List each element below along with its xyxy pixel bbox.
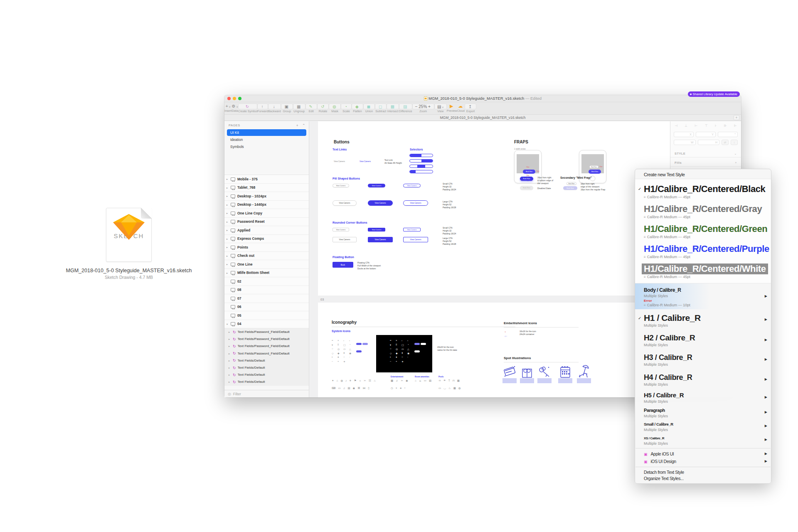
- toolbar-button[interactable]: ▣ Group: [281, 103, 293, 113]
- text-style-menu-item[interactable]: ParagraphMultiple Styles▶: [635, 405, 771, 419]
- artboard-buttons[interactable]: Buttons Text Links View Careers View Car…: [318, 121, 670, 296]
- artboard-row[interactable]: ▸ Points: [224, 243, 309, 252]
- toolbar-button[interactable]: +∨ Insert: [224, 103, 232, 112]
- toolbar-button[interactable]: − 25% + Zoom: [412, 103, 434, 113]
- text-style-menu-item[interactable]: ✓H1/Calibre_R/Centered/Black≡Calibre-R M…: [635, 181, 771, 201]
- page-item[interactable]: Symbols: [227, 143, 306, 150]
- symbol-row[interactable]: ▸ ↻ Text Fields/Default: [224, 371, 309, 378]
- artboard-row[interactable]: ▾ 04: [224, 320, 309, 329]
- chevron-down-icon[interactable]: ⌄: [734, 152, 737, 155]
- disclosure-icon[interactable]: ▸: [227, 186, 230, 189]
- library-menu-item[interactable]: ▣ iOS UI Design ▶: [635, 458, 771, 465]
- text-style-menu-item[interactable]: H3 / Calibre_RMultiple Styles▶: [635, 350, 771, 369]
- align-icon[interactable]: ⊥: [685, 124, 687, 128]
- page-item[interactable]: Ideation: [227, 136, 306, 143]
- symbol-row[interactable]: ▸ ↻ Text Fields/Password_Field/Default: [224, 335, 309, 342]
- disclosure-icon[interactable]: ▾: [227, 323, 230, 325]
- artboard-row[interactable]: ▸ Express Comps: [224, 235, 309, 244]
- shared-library-badge[interactable]: ✱Shared Library Update Available: [688, 91, 740, 97]
- toolbar-button[interactable]: ◻ Subtract: [375, 103, 387, 113]
- canvas[interactable]: Buttons Text Links View Careers View Car…: [309, 121, 670, 397]
- toolbar-button[interactable]: ↓ Backward: [268, 103, 281, 113]
- align-icon[interactable]: ⊤: [705, 124, 708, 128]
- text-style-menu-item[interactable]: Create new Text Style: [635, 171, 771, 179]
- artboard-iconography[interactable]: Iconography System Icons =×‹›▾≡▢◔○◎▭△◇◆●…: [318, 303, 670, 397]
- sketch-file-icon[interactable]: SKETCH: [106, 208, 152, 262]
- text-style-menu-item[interactable]: H5 / Calibre_RMultiple Styles▶: [635, 389, 771, 405]
- disclosure-icon[interactable]: ▸: [229, 345, 232, 347]
- text-style-menu-item[interactable]: ✓H1 / Calibre_RMultiple Styles▶: [635, 309, 771, 330]
- symbol-row[interactable]: ▸ ↻ Text Fields/Password_Field/Default: [224, 350, 309, 357]
- artboard-row[interactable]: ▸ Mobile - 375: [224, 175, 309, 184]
- artboard-row[interactable]: ▸ One Line: [224, 260, 309, 269]
- align-icon[interactable]: ⊣: [675, 124, 677, 128]
- symbol-row[interactable]: ▸ ↻ Text Fields/Password_Field/Default: [224, 328, 309, 335]
- disclosure-icon[interactable]: ▸: [227, 229, 230, 232]
- artboard-row[interactable]: 07: [224, 294, 309, 303]
- toolbar-button[interactable]: ▦ Ungroup: [293, 103, 305, 113]
- disclosure-icon[interactable]: ▸: [229, 352, 232, 355]
- toolbar-button[interactable]: ▨ Difference: [399, 103, 412, 113]
- disclosure-icon[interactable]: ▸: [227, 177, 230, 180]
- disclosure-icon[interactable]: ▸: [229, 380, 232, 383]
- text-style-menu-item[interactable]: Small / Calibre_RMultiple Styles▶: [635, 419, 771, 433]
- filter-bar[interactable]: ◎ Filter: [224, 390, 309, 397]
- menu-action-item[interactable]: Organize Text Styles...: [635, 475, 771, 481]
- align-icon[interactable]: ⊢: [695, 124, 698, 128]
- artboard-row[interactable]: ▸ Applied: [224, 226, 309, 235]
- toolbar-button[interactable]: ⚙∨ Data: [232, 103, 238, 112]
- add-page-icon[interactable]: +: [296, 123, 299, 128]
- disclosure-icon[interactable]: ▸: [227, 254, 230, 257]
- disclosure-icon[interactable]: ▸: [227, 220, 230, 223]
- height-field[interactable]: H: [698, 140, 720, 145]
- disclosure-icon[interactable]: ▸: [227, 203, 230, 206]
- symbol-row[interactable]: ▸ ↻ Text Fields/Password_Field/Default: [224, 342, 309, 350]
- text-style-menu-item[interactable]: Body / Calibre_RMultiple StylesError≡Cal…: [635, 283, 771, 309]
- disclosure-icon[interactable]: ▸: [229, 366, 232, 369]
- add-fill-icon[interactable]: +: [735, 161, 737, 165]
- artboard-row[interactable]: ▸ Mlife Bottom Sheet: [224, 269, 309, 278]
- artboard-label[interactable]: 03: [320, 298, 324, 301]
- disclosure-icon[interactable]: ▸: [227, 212, 230, 214]
- rotation-field[interactable]: °: [718, 132, 738, 137]
- artboard-row[interactable]: 02: [224, 277, 309, 286]
- artboard-row[interactable]: ▸ Desktop - 1024px: [224, 192, 309, 201]
- y-field[interactable]: Y: [696, 132, 716, 137]
- x-field[interactable]: X: [674, 132, 694, 137]
- artboard-row[interactable]: 08: [224, 286, 309, 295]
- file-name[interactable]: MGM_2018-010_5-0 Styleguide_MASTER_v16.s…: [62, 268, 195, 273]
- text-style-menu-item[interactable]: H1/Calibre_R/Centered/Green≡Calibre-R Me…: [635, 221, 771, 241]
- disclosure-icon[interactable]: ▸: [227, 237, 230, 240]
- flip-vertical-button[interactable]: ↕: [731, 140, 738, 145]
- align-icon[interactable]: ⊦: [715, 124, 717, 128]
- artboard-row[interactable]: ▸ Desktop - 1440px: [224, 201, 309, 209]
- symbol-row[interactable]: ▸ ↻ Text Fields/Default: [224, 364, 309, 371]
- library-menu-item[interactable]: ▣ Apple iOS UI ▶: [635, 450, 771, 458]
- toolbar-button[interactable]: ↺ Rotate: [317, 103, 329, 113]
- width-field[interactable]: W: [674, 140, 696, 145]
- artboard-row[interactable]: ▸ Password Reset: [224, 218, 309, 227]
- toolbar-button[interactable]: ◍ Mask: [329, 103, 341, 113]
- toolbar-button[interactable]: ◆ Flatten: [352, 103, 363, 113]
- artboard-row[interactable]: 06: [224, 303, 309, 312]
- disclosure-icon[interactable]: ▸: [229, 330, 232, 333]
- align-icon[interactable]: ⊪: [724, 124, 727, 128]
- toolbar-button[interactable]: ▤∨ View: [434, 103, 447, 113]
- add-tab-button[interactable]: +: [734, 115, 739, 120]
- text-style-menu-item[interactable]: H2 / Calibre_RMultiple Styles▶: [635, 330, 771, 350]
- toolbar-button[interactable]: ▩ Intersect: [387, 103, 399, 113]
- disclosure-icon[interactable]: ▸: [227, 246, 230, 249]
- flip-horizontal-button[interactable]: ⇄: [722, 140, 729, 145]
- artboard-row[interactable]: ▸ Check out: [224, 252, 309, 261]
- toolbar-button[interactable]: ↑ Forward: [257, 103, 268, 113]
- disclosure-icon[interactable]: ▸: [229, 359, 232, 362]
- disclosure-icon[interactable]: ▸: [227, 263, 230, 266]
- symbol-row[interactable]: ▸ ↻ Text Fields/Default: [224, 357, 309, 364]
- text-style-menu-item[interactable]: H1/Calibre_R/Centered/Purple≡Calibre-R M…: [635, 241, 771, 261]
- text-style-menu-item[interactable]: H1/Calibre_R/Centered/White≡Calibre-R Me…: [635, 261, 771, 281]
- artboard-row[interactable]: ▸ Tablet_768: [224, 184, 309, 192]
- text-style-menu-item[interactable]: H4 / Calibre_RMultiple Styles▶: [635, 369, 771, 389]
- disclosure-icon[interactable]: ▸: [229, 337, 232, 340]
- align-icon[interactable]: ⊩: [734, 124, 737, 128]
- artboard-row[interactable]: ▸ One Line Copy: [224, 209, 309, 218]
